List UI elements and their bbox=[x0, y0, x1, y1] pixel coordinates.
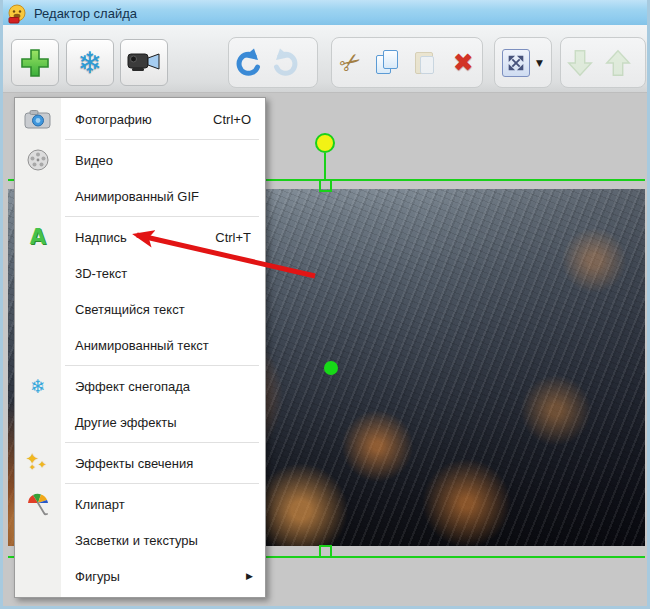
menu-item-label: Фигуры bbox=[61, 569, 246, 584]
view-group: ▼ bbox=[494, 37, 552, 88]
menu-separator bbox=[65, 442, 259, 443]
menu-item-shapes[interactable]: Фигуры ▶ bbox=[15, 558, 265, 594]
menu-item-label: Надпись bbox=[61, 230, 215, 245]
menu-item-other-effects[interactable]: Другие эффекты bbox=[15, 404, 265, 440]
menu-separator bbox=[65, 365, 259, 366]
undo-button[interactable] bbox=[229, 43, 267, 83]
menu-item-label: Эффекты свечения bbox=[61, 456, 265, 471]
move-up-button[interactable] bbox=[599, 43, 637, 83]
sparkles-icon: ✦✦✦ bbox=[15, 450, 61, 476]
scissors-icon: ✂ bbox=[335, 46, 367, 78]
menu-item-label: Анимированный текст bbox=[61, 338, 265, 353]
menu-item-label: Видео bbox=[61, 153, 265, 168]
clipboard-icon bbox=[415, 50, 437, 76]
order-group bbox=[560, 37, 646, 88]
umbrella-icon bbox=[15, 491, 61, 517]
camera-button[interactable] bbox=[120, 39, 168, 86]
center-dot-handle[interactable] bbox=[324, 361, 338, 375]
camcorder-icon bbox=[126, 49, 162, 77]
insert-menu: Фотографию Ctrl+O Видео Анимированный GI… bbox=[14, 97, 266, 598]
menu-item-3d-text[interactable]: 3D-текст bbox=[15, 255, 265, 291]
snowflake-icon: ❄ bbox=[77, 48, 102, 78]
title-bar: Редактор слайда bbox=[0, 0, 650, 28]
paste-button[interactable] bbox=[407, 43, 445, 83]
menu-item-label: Клипарт bbox=[61, 497, 265, 512]
rotation-handle[interactable] bbox=[315, 133, 335, 153]
green-down-arrow-icon bbox=[564, 47, 596, 79]
menu-item-caption[interactable]: A Надпись Ctrl+T bbox=[15, 219, 265, 255]
copy-documents-icon bbox=[376, 50, 400, 76]
menu-item-clipart[interactable]: Клипарт bbox=[15, 486, 265, 522]
redo-button[interactable] bbox=[267, 43, 305, 83]
menu-item-animated-gif[interactable]: Анимированный GIF bbox=[15, 178, 265, 214]
expand-arrows-icon bbox=[505, 52, 527, 74]
green-up-arrow-icon bbox=[602, 47, 634, 79]
menu-item-animated-text[interactable]: Анимированный текст bbox=[15, 327, 265, 363]
redo-arrow-icon bbox=[271, 48, 301, 78]
menu-item-snowfall-effect[interactable]: ❄ Эффект снегопада bbox=[15, 368, 265, 404]
undo-redo-group bbox=[228, 37, 318, 88]
undo-arrow-icon bbox=[233, 48, 263, 78]
red-cross-icon: ✖ bbox=[453, 50, 474, 75]
menu-item-glow-effects[interactable]: ✦✦✦ Эффекты свечения bbox=[15, 445, 265, 481]
edit-group: ✂ ✖ bbox=[331, 37, 483, 88]
menu-separator bbox=[65, 139, 259, 140]
add-object-button[interactable] bbox=[11, 39, 59, 86]
copy-button[interactable] bbox=[370, 43, 408, 83]
top-center-handle[interactable] bbox=[319, 179, 332, 192]
submenu-arrow-icon: ▶ bbox=[246, 571, 253, 581]
menu-item-photo[interactable]: Фотографию Ctrl+O bbox=[15, 101, 265, 137]
menu-item-label: Анимированный GIF bbox=[61, 189, 265, 204]
rotation-stem bbox=[324, 153, 326, 181]
toolbar: ❄ bbox=[3, 25, 647, 93]
film-reel-icon bbox=[15, 148, 61, 172]
menu-item-flares-textures[interactable]: Засветки и текстуры bbox=[15, 522, 265, 558]
menu-item-video[interactable]: Видео bbox=[15, 142, 265, 178]
menu-item-label: Засветки и текстуры bbox=[61, 533, 265, 548]
fit-view-button[interactable] bbox=[502, 49, 530, 77]
plus-icon bbox=[18, 46, 52, 80]
caret-down-icon[interactable]: ▼ bbox=[536, 58, 543, 68]
delete-button[interactable]: ✖ bbox=[445, 43, 483, 83]
menu-separator bbox=[65, 483, 259, 484]
bottom-center-handle[interactable] bbox=[319, 545, 332, 558]
menu-separator bbox=[65, 216, 259, 217]
letter-a-icon: A bbox=[15, 225, 61, 249]
menu-item-label: Светящийся текст bbox=[61, 302, 265, 317]
menu-item-label: Фотографию bbox=[61, 112, 213, 127]
menu-item-label: Другие эффекты bbox=[61, 415, 265, 430]
menu-item-glowing-text[interactable]: Светящийся текст bbox=[15, 291, 265, 327]
snowflake-icon: ❄ bbox=[15, 375, 61, 397]
menu-item-shortcut: Ctrl+T bbox=[215, 230, 251, 245]
camera-icon bbox=[15, 109, 61, 129]
snow-effect-button[interactable]: ❄ bbox=[66, 39, 114, 86]
slide-editor-window: Редактор слайда ❄ bbox=[0, 0, 650, 609]
menu-item-label: 3D-текст bbox=[61, 266, 265, 281]
menu-item-label: Эффект снегопада bbox=[61, 379, 265, 394]
window-title: Редактор слайда bbox=[34, 6, 137, 21]
cut-button[interactable]: ✂ bbox=[332, 43, 370, 83]
menu-item-shortcut: Ctrl+O bbox=[213, 112, 251, 127]
app-icon bbox=[7, 4, 27, 24]
move-down-button[interactable] bbox=[561, 43, 599, 83]
